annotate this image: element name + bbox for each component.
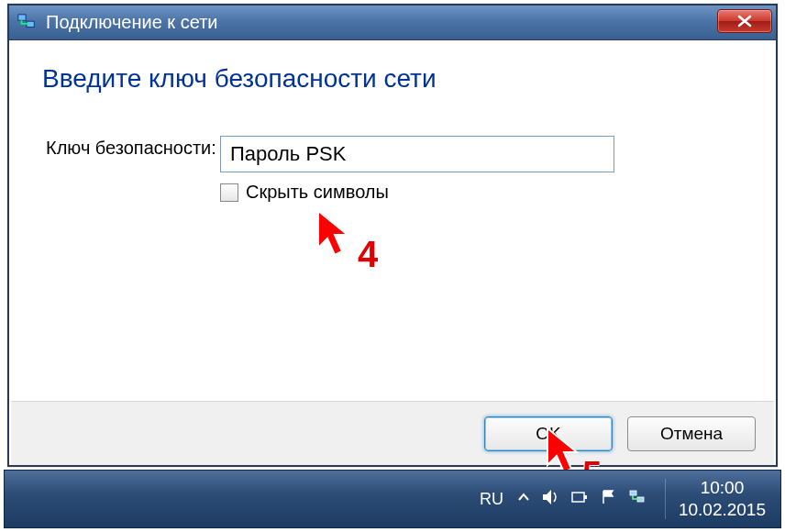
system-tray bbox=[516, 489, 647, 510]
cancel-button[interactable]: Отмена bbox=[627, 416, 756, 451]
clock[interactable]: 10:00 10.02.2015 bbox=[679, 477, 766, 521]
volume-icon[interactable] bbox=[542, 489, 560, 510]
dialog-button-bar: OK Отмена bbox=[11, 401, 774, 465]
close-button[interactable] bbox=[717, 9, 772, 33]
clock-date: 10.02.2015 bbox=[679, 499, 766, 521]
close-icon bbox=[736, 15, 753, 28]
power-icon[interactable] bbox=[571, 490, 590, 509]
network-icon bbox=[17, 13, 37, 33]
hide-chars-checkbox[interactable] bbox=[220, 183, 238, 202]
tray-divider bbox=[665, 479, 666, 519]
network-tray-icon[interactable] bbox=[628, 489, 647, 510]
svg-rect-4 bbox=[630, 491, 636, 495]
svg-rect-0 bbox=[18, 14, 26, 19]
security-key-label: Ключ безопасности: bbox=[46, 136, 220, 160]
svg-rect-2 bbox=[572, 493, 584, 502]
chevron-up-icon[interactable] bbox=[516, 490, 531, 509]
titlebar[interactable]: Подключение к сети bbox=[9, 6, 776, 40]
annotation-step-4: 4 bbox=[358, 234, 378, 275]
security-key-input[interactable] bbox=[220, 136, 614, 172]
heading: Введите ключ безопасности сети bbox=[42, 64, 743, 94]
hide-chars-label: Скрыть символы bbox=[246, 182, 389, 203]
dialog-title: Подключение к сети bbox=[46, 12, 217, 33]
dialog-body: Введите ключ безопасности сети Ключ безо… bbox=[9, 40, 776, 398]
clock-time: 10:00 bbox=[679, 477, 766, 499]
ok-button[interactable]: OK bbox=[484, 416, 613, 451]
network-key-dialog: Подключение к сети Введите ключ безопасн… bbox=[7, 4, 778, 467]
taskbar[interactable]: RU 10:00 10.02.2015 bbox=[4, 470, 781, 528]
svg-rect-3 bbox=[584, 495, 587, 499]
language-indicator[interactable]: RU bbox=[480, 490, 503, 509]
flag-icon[interactable] bbox=[601, 489, 617, 510]
